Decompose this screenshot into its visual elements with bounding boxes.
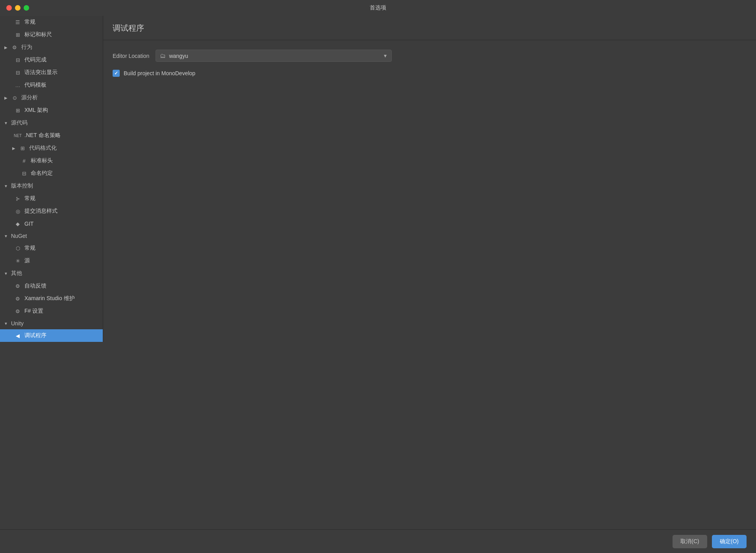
sidebar-item-label: Xamarin Studio 维护 xyxy=(24,295,75,302)
editor-location-row: Editor Location 🗂 wangyu ▼ xyxy=(113,50,747,62)
sidebar-item-label: NuGet xyxy=(11,233,27,239)
sidebar-item-debugger[interactable]: ◀ 调试程序 xyxy=(0,329,103,342)
nuget-yuan-icon: ✳ xyxy=(14,257,21,264)
sidebar-item-label: 调试程序 xyxy=(24,332,46,339)
folder-icon: 🗂 xyxy=(160,52,166,59)
sidebar-item-label: 自动反馈 xyxy=(24,282,46,289)
sidebar-item-label: 常规 xyxy=(24,19,35,26)
biaojihe-icon: ⊞ xyxy=(14,31,21,38)
sidebar-item-label: 版本控制 xyxy=(11,182,33,189)
sidebar-item-label: 源 xyxy=(24,257,30,264)
chevron-down-icon: ▶ xyxy=(11,145,17,151)
main-container: ☰ 常规 ⊞ 标记和标尺 ▶ ⚙ 行为 ⊟ 代码完成 ⊟ 语法突出显示 xyxy=(0,16,756,529)
title-bar: 首选项 xyxy=(0,0,756,16)
sidebar-item-xamarin[interactable]: ⚙ Xamarin Studio 维护 xyxy=(0,292,103,305)
changgui-icon: ☰ xyxy=(14,19,21,26)
sidebar-item-yuanfenxi[interactable]: ▶ ⊙ 源分析 xyxy=(0,91,103,104)
sidebar-item-tijiao[interactable]: ◎ 提交消息样式 xyxy=(0,205,103,217)
main-content: 调试程序 Editor Location 🗂 wangyu ▼ ✓ Build … xyxy=(103,16,756,529)
checkmark-icon: ✓ xyxy=(114,71,118,76)
tijiao-icon: ◎ xyxy=(14,208,21,215)
chevron-down-icon: ▼ xyxy=(3,233,9,239)
sidebar-item-label: 代码模板 xyxy=(24,82,46,89)
sidebar-item-changgui[interactable]: ☰ 常规 xyxy=(0,16,103,28)
sidebar-item-label: 代码完成 xyxy=(24,56,46,63)
window-controls[interactable] xyxy=(6,5,29,11)
chevron-down-icon: ▼ xyxy=(3,321,9,326)
sidebar-item-mban[interactable]: … 代码模板 xyxy=(0,79,103,91)
sidebar-item-biaojihe[interactable]: ⊞ 标记和标尺 xyxy=(0,28,103,41)
editor-location-dropdown[interactable]: 🗂 wangyu ▼ xyxy=(156,50,392,62)
mban-icon: … xyxy=(14,82,21,89)
chevron-down-icon: ▼ xyxy=(3,183,9,189)
chevron-down-icon: ▼ xyxy=(383,53,388,59)
sidebar-item-daimaformat[interactable]: ▶ ⊞ 代码格式化 xyxy=(0,142,103,154)
sidebar-item-label: GIT xyxy=(24,221,33,227)
mingyue-icon: ⊟ xyxy=(20,170,28,177)
sidebar-item-label: XML 架构 xyxy=(24,107,48,114)
sidebar-item-git[interactable]: ◆ GIT xyxy=(0,217,103,230)
sidebar-item-yufa[interactable]: ⊟ 语法突出显示 xyxy=(0,66,103,79)
chevron-down-icon: ▶ xyxy=(3,95,9,100)
sidebar-item-qita[interactable]: ▼ 其他 xyxy=(0,267,103,280)
sidebar-item-label: 源分析 xyxy=(21,94,38,101)
chevron-down-icon: ▶ xyxy=(3,45,9,50)
sidebar-item-dotnet[interactable]: NET .NET 命名策略 xyxy=(0,129,103,142)
sidebar-item-label: 常规 xyxy=(24,195,35,202)
ok-button[interactable]: 确定(O) xyxy=(712,535,747,548)
sidebar-item-label: F# 设置 xyxy=(24,308,43,315)
sidebar-item-xml[interactable]: ⊞ XML 架构 xyxy=(0,104,103,117)
nuget-changgui-icon: ⬡ xyxy=(14,245,21,252)
content-body: Editor Location 🗂 wangyu ▼ ✓ Build proje… xyxy=(103,40,756,529)
sidebar-item-nuget[interactable]: ▼ NuGet xyxy=(0,230,103,242)
fsharp-icon: ⚙ xyxy=(14,308,21,315)
sidebar-wrapper: ☰ 常规 ⊞ 标记和标尺 ▶ ⚙ 行为 ⊟ 代码完成 ⊟ 语法突出显示 xyxy=(0,16,103,529)
build-project-checkbox[interactable]: ✓ xyxy=(113,70,120,77)
xml-icon: ⊞ xyxy=(14,107,21,114)
sidebar-item-label: 源代码 xyxy=(11,119,28,126)
close-button[interactable] xyxy=(6,5,12,11)
sidebar-item-fsharp[interactable]: ⚙ F# 设置 xyxy=(0,305,103,317)
sidebar-item-zidong[interactable]: ⚙ 自动反馈 xyxy=(0,280,103,292)
sidebar-item-mingyue[interactable]: ⊟ 命名约定 xyxy=(0,167,103,180)
sidebar-item-label: 其他 xyxy=(11,270,22,277)
sidebar-item-label: .NET 命名策略 xyxy=(24,132,61,139)
sidebar-item-yuandaima[interactable]: ▼ 源代码 xyxy=(0,117,103,129)
sidebar-item-daima[interactable]: ⊟ 代码完成 xyxy=(0,54,103,66)
sidebar-item-label: 命名约定 xyxy=(31,170,53,177)
sidebar-item-label: Unity xyxy=(11,320,24,327)
chevron-down-icon: ▼ xyxy=(3,271,9,276)
sidebar-item-biaozhun[interactable]: # 标准标头 xyxy=(0,154,103,167)
sidebar-item-banben[interactable]: ▼ 版本控制 xyxy=(0,180,103,192)
sidebar-item-label: 标准标头 xyxy=(31,157,53,164)
sidebar: ☰ 常规 ⊞ 标记和标尺 ▶ ⚙ 行为 ⊟ 代码完成 ⊟ 语法突出显示 xyxy=(0,16,103,342)
sidebar-item-label: 语法突出显示 xyxy=(24,69,57,76)
daima-icon: ⊟ xyxy=(14,56,21,63)
yuanfenxi-icon: ⊙ xyxy=(11,94,18,101)
sidebar-item-nuget-yuan[interactable]: ✳ 源 xyxy=(0,254,103,267)
sidebar-item-nuget-changgui[interactable]: ⬡ 常规 xyxy=(0,242,103,254)
minimize-button[interactable] xyxy=(15,5,20,11)
sidebar-item-label: 提交消息样式 xyxy=(24,208,57,215)
changgui2-icon: ⊱ xyxy=(14,195,21,202)
maximize-button[interactable] xyxy=(24,5,29,11)
chevron-down-icon: ▼ xyxy=(3,120,9,126)
window-title: 首选项 xyxy=(370,4,386,11)
content-title: 调试程序 xyxy=(113,24,144,32)
biaozhun-icon: # xyxy=(20,157,28,164)
sidebar-item-label: 行为 xyxy=(21,44,32,51)
zidong-icon: ⚙ xyxy=(14,282,21,289)
checkbox-row: ✓ Build project in MonoDevelop xyxy=(113,70,747,77)
dotnet-icon: NET xyxy=(14,132,21,139)
editor-location-value: wangyu xyxy=(169,53,383,59)
sidebar-item-label: 标记和标尺 xyxy=(24,31,52,38)
sidebar-item-label: 常规 xyxy=(24,245,35,252)
debugger-icon: ◀ xyxy=(14,332,21,339)
git-icon: ◆ xyxy=(14,220,21,227)
content-header: 调试程序 xyxy=(103,16,756,40)
sidebar-item-changgui2[interactable]: ⊱ 常规 xyxy=(0,192,103,205)
sidebar-item-unity[interactable]: ▼ Unity xyxy=(0,317,103,329)
sidebar-item-xingwei[interactable]: ▶ ⚙ 行为 xyxy=(0,41,103,54)
cancel-button[interactable]: 取消(C) xyxy=(673,535,707,548)
editor-location-label: Editor Location xyxy=(113,53,149,59)
